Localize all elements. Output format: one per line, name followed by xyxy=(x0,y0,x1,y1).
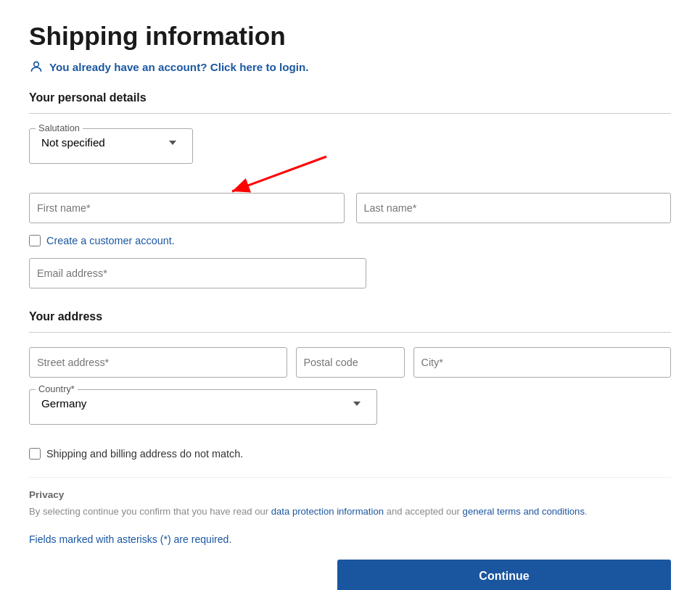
terms-link[interactable]: general terms and conditions xyxy=(463,506,585,517)
address-title: Your address xyxy=(29,310,671,323)
name-row-container xyxy=(29,193,671,223)
salutation-select[interactable]: Not specified Mr. Ms. Dr. xyxy=(38,129,184,156)
email-row xyxy=(29,258,671,288)
privacy-text-suffix: . xyxy=(585,506,588,517)
user-icon xyxy=(29,59,44,74)
country-select[interactable]: Germany Austria Switzerland United Kingd… xyxy=(38,390,368,417)
create-account-label[interactable]: Create a customer account. xyxy=(46,235,175,246)
login-link[interactable]: You already have an account? Click here … xyxy=(29,59,671,74)
address-divider xyxy=(29,332,671,333)
billing-checkbox-row: Shipping and billing address do not matc… xyxy=(29,448,671,460)
required-note-text: Fields marked with asterisks (*) are req… xyxy=(29,533,231,545)
street-input[interactable] xyxy=(29,347,287,378)
page-title: Shipping information xyxy=(29,22,671,51)
country-select-wrapper: Germany Austria Switzerland United Kingd… xyxy=(38,390,368,417)
privacy-title: Privacy xyxy=(29,489,671,500)
continue-btn-row: Continue xyxy=(29,560,671,590)
login-link-text: You already have an account? Click here … xyxy=(49,61,309,73)
personal-divider xyxy=(29,113,671,114)
create-account-row: Create a customer account. xyxy=(29,235,671,246)
first-name-input[interactable] xyxy=(29,193,345,223)
privacy-text-prefix: By selecting continue you confirm that y… xyxy=(29,506,271,517)
continue-button[interactable]: Continue xyxy=(337,560,671,590)
last-name-input[interactable] xyxy=(356,193,672,223)
billing-match-label[interactable]: Shipping and billing address do not matc… xyxy=(46,448,243,460)
privacy-text: By selecting continue you confirm that y… xyxy=(29,504,671,519)
privacy-text-middle: and accepted our xyxy=(384,506,463,517)
personal-details-title: Your personal details xyxy=(29,91,671,104)
salutation-select-wrapper: Not specified Mr. Ms. Dr. xyxy=(38,129,184,156)
required-note: Fields marked with asterisks (*) are req… xyxy=(29,533,671,545)
country-fieldset: Country* Germany Austria Switzerland Uni… xyxy=(29,389,377,425)
salutation-fieldset: Salutation Not specified Mr. Ms. Dr. xyxy=(29,128,193,164)
postal-input[interactable] xyxy=(296,347,405,378)
name-row xyxy=(29,193,671,223)
billing-match-checkbox[interactable] xyxy=(29,448,41,460)
city-input[interactable] xyxy=(413,347,672,378)
email-input[interactable] xyxy=(29,258,366,288)
svg-point-0 xyxy=(34,62,39,67)
address-row xyxy=(29,347,671,378)
data-protection-link[interactable]: data protection information xyxy=(271,506,384,517)
privacy-section: Privacy By selecting continue you confir… xyxy=(29,477,671,519)
address-section: Your address Country* Germany Austria Sw… xyxy=(29,310,671,460)
create-account-checkbox[interactable] xyxy=(29,235,41,246)
